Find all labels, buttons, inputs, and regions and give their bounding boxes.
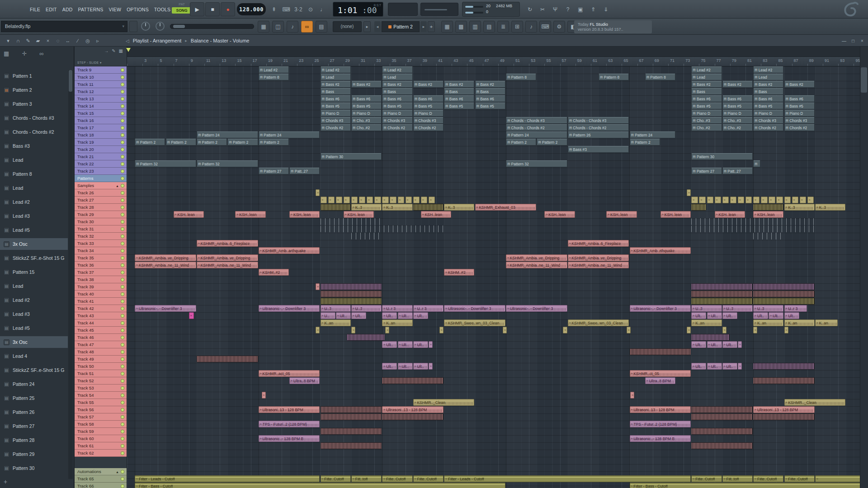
track-mute-led[interactable]	[121, 285, 124, 289]
pattern-clip-pattern-24[interactable]: ▤Pattern 24	[506, 131, 567, 138]
playlist-window-icon[interactable]: ▦	[441, 21, 453, 33]
audio-clip-tps-futur-2-128-bpm[interactable]: »TPS - Futur..2 (128 BPM)	[630, 421, 691, 427]
track-header-track-49[interactable]: Track 49	[75, 356, 127, 363]
track-mute-led[interactable]	[121, 314, 124, 318]
track-mute-led[interactable]	[121, 97, 124, 101]
audio-clip-tps-futuri-2-128-bpm[interactable]: »TPS - Futuri..2 (128 BPM)	[259, 421, 320, 427]
pattern-clip-chords-3[interactable]: ▤Chords #3	[321, 117, 351, 124]
menu-item-add[interactable]: ADD	[60, 5, 75, 14]
audio-clip[interactable]	[321, 442, 382, 449]
piano-roll-icon[interactable]: ▩	[455, 21, 467, 33]
pattern-clip-bass[interactable]: ▤Bass	[753, 88, 783, 95]
audio-clip-ksh-lean[interactable]: »KSH..lean	[235, 211, 265, 218]
audio-clip-kshmr-ambia-ne-11-wind[interactable]: »KSHMR_Ambia..ne_11_Wind	[135, 262, 196, 268]
track-mute-led[interactable]	[121, 148, 124, 151]
audio-clip[interactable]: »	[715, 197, 721, 203]
audio-clip[interactable]	[347, 334, 385, 341]
audio-clip[interactable]	[321, 204, 351, 211]
audio-clip-ult[interactable]: »Ult..	[722, 341, 737, 348]
picker-item-lead[interactable]: ▤Lead	[0, 182, 68, 194]
automation-clip-filte-cutoff[interactable]: ≈Filte..Cutoff	[753, 475, 783, 482]
pattern-clip-chords-2[interactable]: ▤Chords #2	[321, 124, 351, 131]
audio-clip[interactable]	[691, 442, 753, 449]
audio-clip-u-r-3[interactable]: »U..r 3	[784, 305, 807, 312]
track-mute-led[interactable]	[121, 451, 124, 455]
track-mute-led[interactable]	[121, 191, 124, 195]
audio-clip-k-an[interactable]: »K..an	[382, 319, 412, 326]
pattern-clip-bass[interactable]: ▤Bass	[691, 88, 722, 95]
pattern-clip-bass-5[interactable]: ▤Bass #5	[444, 103, 474, 109]
picker-link-icon[interactable]: ∞	[39, 50, 43, 57]
collapse-arrow-icon[interactable]: ▲	[116, 183, 119, 189]
minimize-button[interactable]: —	[840, 37, 848, 45]
track-mute-led[interactable]	[121, 408, 124, 412]
track-header-track-35[interactable]: Track 35	[75, 254, 127, 262]
pattern-clip[interactable]: ▤	[753, 160, 760, 167]
magnet-icon[interactable]: ∩	[14, 36, 23, 45]
audio-clip[interactable]	[321, 413, 382, 420]
pattern-clip-chords-3[interactable]: ▤Chords #3	[382, 117, 412, 124]
picker-item-3x-osc[interactable]: ▤3x Osc	[0, 336, 68, 348]
countdown-icon[interactable]: 3·2	[293, 2, 304, 16]
picker-item-pattern-3[interactable]: ▤Pattern 3	[0, 98, 68, 110]
audio-clip[interactable]: »	[385, 327, 389, 333]
picker-item-chords-chords-3[interactable]: ▤Chords - Chords #3	[0, 112, 68, 124]
note-icon[interactable]: ♪	[287, 21, 298, 33]
audio-clip[interactable]: »	[367, 197, 373, 203]
audio-clip[interactable]: »	[691, 197, 698, 203]
pattern-clip-pattern-2[interactable]: ▤Pattern 2	[166, 139, 196, 145]
audio-clip[interactable]: »	[730, 197, 736, 203]
audio-clip[interactable]	[382, 377, 443, 384]
track-mute-led[interactable]	[121, 470, 124, 474]
audio-clip[interactable]	[753, 204, 783, 211]
track-header-track-66[interactable]: Track 66	[75, 483, 127, 488]
audio-clip[interactable]: »	[784, 197, 791, 203]
audio-clip[interactable]: »	[784, 327, 788, 333]
maximize-button[interactable]: □	[849, 37, 857, 45]
track-header-track-33[interactable]: Track 33	[75, 240, 127, 247]
touch-keyboard-icon[interactable]: ⌨	[539, 21, 551, 33]
pattern-clip-bass-2[interactable]: ▤Bass #2	[444, 81, 474, 88]
audio-clip-ult[interactable]: »Ult..	[722, 363, 737, 370]
pattern-clip-pattern-24[interactable]: ▤Pattern 24	[197, 131, 258, 138]
pattern-clip-bass[interactable]: ▤Bass	[321, 88, 351, 95]
pattern-clip-bass[interactable]: ▤Bass	[475, 88, 505, 95]
pattern-clip-chords-2[interactable]: ▤Chords #2	[753, 124, 783, 131]
audio-clip[interactable]	[321, 406, 382, 413]
pattern-clip-piano-d[interactable]: ▤Piano D	[691, 110, 722, 117]
pattern-clip-pattern-32[interactable]: ▤Pattern 32	[506, 160, 567, 167]
picker-item-lead-3[interactable]: ▤Lead #3	[0, 210, 68, 222]
pattern-clip-bass-6[interactable]: ▤Bass #6	[753, 95, 783, 102]
track-header-track-13[interactable]: Track 13	[75, 95, 127, 103]
audio-clip[interactable]	[413, 204, 443, 211]
picker-item-stiickzz-sf-e-shot-15-g[interactable]: ▤StiickzZ SF..e-Shot 15 G	[0, 364, 68, 376]
menu-item-patterns[interactable]: PATTERNS	[75, 5, 106, 14]
pattern-prev-button[interactable]: ◂	[374, 21, 381, 32]
audio-clip-ultrasoni-13-128-bpm[interactable]: »Ultrasoni..13 - 128 BPM	[753, 406, 815, 413]
audio-clip[interactable]: »	[439, 327, 443, 333]
track-mute-led[interactable]	[121, 141, 124, 144]
audio-clip[interactable]: »	[800, 197, 806, 203]
audio-clip-ultrasonic-128-bpm-b[interactable]: »Ultrasonic..- 128 BPM B	[259, 435, 320, 442]
track-mute-led[interactable]	[121, 83, 124, 86]
marker-icon[interactable]: ◫	[272, 21, 284, 33]
pattern-clip-piano-d[interactable]: ▤Piano D	[382, 110, 412, 117]
track-header-track-65[interactable]: Track 65	[75, 475, 127, 483]
track-mute-led[interactable]	[121, 213, 124, 216]
track-mute-led[interactable]	[121, 321, 124, 325]
add-pattern-button[interactable]: +	[428, 21, 435, 32]
track-mute-led[interactable]	[121, 336, 124, 339]
audio-clip[interactable]	[382, 413, 443, 420]
track-header-track-53[interactable]: Track 53	[75, 385, 127, 392]
audio-clip-k-an[interactable]: »K..an	[753, 319, 783, 326]
main-volume-knob[interactable]	[141, 22, 150, 31]
track-header-track-40[interactable]: Track 40	[75, 291, 127, 298]
track-mute-led[interactable]	[121, 278, 124, 282]
audio-clip[interactable]: »	[761, 197, 767, 203]
pattern-clip-bass-2[interactable]: ▤Bass #2	[475, 81, 505, 88]
pattern-clip-bass-2[interactable]: ▤Bass #2	[722, 81, 753, 88]
audio-clip[interactable]: »	[429, 363, 433, 370]
picker-item-pattern-15[interactable]: ▤Pattern 15	[0, 266, 68, 278]
pattern-clip-bass-5[interactable]: ▤Bass #5	[382, 103, 412, 109]
track-header-track-16[interactable]: Track 16	[75, 117, 127, 124]
